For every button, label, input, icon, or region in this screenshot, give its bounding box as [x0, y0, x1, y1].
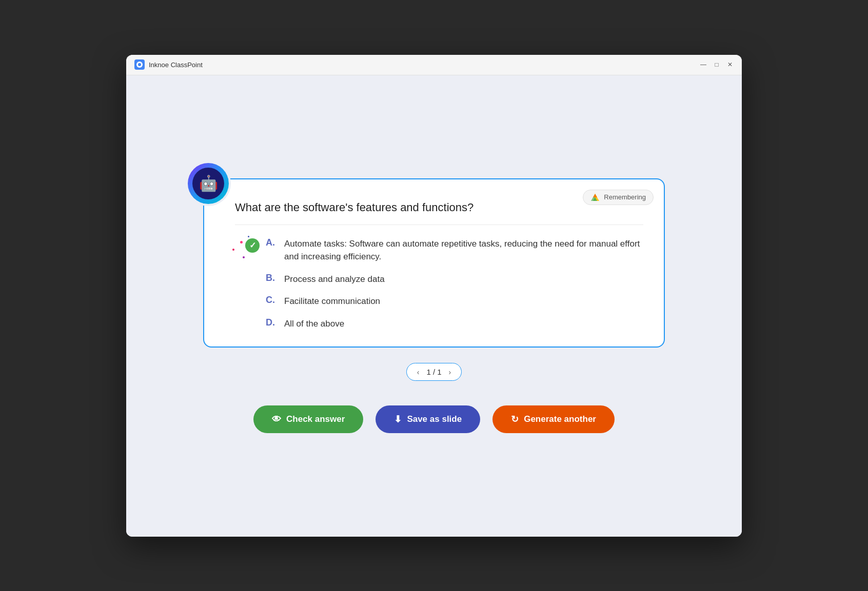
- generate-another-label: Generate another: [524, 414, 596, 424]
- app-title: Inknoe ClassPoint: [149, 61, 203, 69]
- prev-page-button[interactable]: ‹: [416, 368, 421, 376]
- check-answer-label: Check answer: [286, 414, 345, 424]
- avatar-face-icon: 🤖: [199, 174, 218, 192]
- action-buttons: 👁 Check answer ⬇ Save as slide ↻ Generat…: [253, 405, 615, 433]
- answer-letter-b: B.: [266, 273, 278, 283]
- page-control: ‹ 1 / 1 ›: [406, 363, 462, 381]
- answer-text-d: All of the above: [284, 317, 344, 331]
- next-page-button[interactable]: ›: [448, 368, 452, 376]
- question-divider: [235, 225, 643, 225]
- save-as-slide-button[interactable]: ⬇ Save as slide: [376, 405, 480, 433]
- card-container: 🤖 Remembering: [203, 178, 665, 381]
- generate-another-button[interactable]: ↻ Generate another: [492, 405, 615, 433]
- answer-text-b: Process and analyze data: [284, 273, 385, 286]
- checkmark-icon: ✓: [249, 240, 256, 250]
- app-window: Inknoe ClassPoint — □ ✕ 🤖: [126, 55, 742, 537]
- pagination: ‹ 1 / 1 ›: [203, 363, 665, 381]
- answer-item-b: B. Process and analyze data: [245, 273, 643, 286]
- app-logo: [134, 59, 145, 70]
- maximize-button[interactable]: □: [713, 61, 720, 68]
- answer-text-c: Facilitate communication: [284, 295, 380, 308]
- answer-letter-d: D.: [266, 317, 278, 328]
- page-display: 1 / 1: [426, 368, 441, 376]
- pyramid-icon: [590, 193, 600, 201]
- answer-check-icon: ✓: [245, 238, 260, 253]
- close-button[interactable]: ✕: [726, 61, 734, 68]
- svg-point-2: [138, 63, 141, 66]
- minimize-button[interactable]: —: [700, 61, 707, 68]
- question-text: What are the software's features and fun…: [235, 201, 643, 214]
- remembering-label: Remembering: [604, 193, 646, 201]
- answer-letter-a: A.: [266, 237, 278, 248]
- save-as-slide-label: Save as slide: [407, 414, 462, 424]
- answer-item-c: C. Facilitate communication: [245, 295, 643, 308]
- eye-icon: 👁: [272, 414, 281, 425]
- window-body: 🤖 Remembering: [126, 75, 742, 537]
- refresh-icon: ↻: [511, 414, 519, 425]
- answer-item-d: D. All of the above: [245, 317, 643, 331]
- svg-marker-8: [593, 194, 597, 197]
- answer-text-a: Automate tasks: Software can automate re…: [284, 237, 643, 263]
- quiz-card: Remembering What are the software's feat…: [203, 178, 665, 348]
- answer-letter-c: C.: [266, 295, 278, 305]
- avatar: 🤖: [188, 163, 229, 204]
- avatar-inner: 🤖: [192, 168, 224, 199]
- titlebar: Inknoe ClassPoint — □ ✕: [126, 55, 742, 75]
- window-controls: — □ ✕: [700, 61, 734, 68]
- remembering-badge: Remembering: [583, 190, 654, 205]
- check-answer-button[interactable]: 👁 Check answer: [253, 405, 363, 433]
- answer-item-a: ✓ A. Automate tasks: Software can automa…: [245, 237, 643, 263]
- answers-list: ✓ A. Automate tasks: Software can automa…: [235, 237, 643, 331]
- download-icon: ⬇: [394, 414, 402, 425]
